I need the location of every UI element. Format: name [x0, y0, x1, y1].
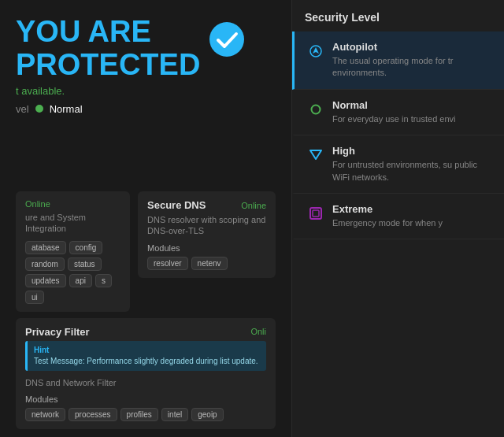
- autopilot-icon: [307, 43, 324, 60]
- right-panel: Security Level Autopilot The usual opera…: [291, 0, 504, 437]
- level-prefix: vel: [16, 103, 29, 115]
- tag[interactable]: random: [25, 257, 65, 271]
- extreme-desc: Emergency mode for when y: [332, 217, 491, 229]
- level-dot-icon: [35, 105, 43, 113]
- normal-icon: [307, 101, 324, 118]
- tag[interactable]: status: [68, 257, 102, 271]
- tag[interactable]: config: [69, 241, 103, 254]
- high-desc: For untrusted environments, su public Wi…: [332, 159, 491, 183]
- tag-resolver[interactable]: resolver: [147, 257, 188, 270]
- status-dns: Online: [241, 201, 266, 210]
- protected-line1: YOU ARE: [16, 16, 200, 49]
- module-header-privacy: Privacy Filter Onli: [25, 326, 266, 338]
- module-card-first: Online ure and System Integration atabas…: [16, 191, 130, 312]
- left-panel: YOU ARE PROTECTED t available. vel Norma…: [0, 0, 291, 437]
- svg-marker-2: [313, 47, 319, 54]
- extreme-icon: [307, 205, 324, 222]
- security-title: Security Level: [292, 11, 504, 31]
- high-content: High For untrusted environments, su publ…: [332, 145, 491, 183]
- high-icon: [307, 146, 324, 164]
- module-desc-dns: DNS resolver with scoping and DNS-over-T…: [147, 214, 266, 237]
- level-row: vel Normal: [16, 103, 276, 115]
- security-option-autopilot[interactable]: Autopilot The usual operating mode for t…: [292, 31, 504, 90]
- autopilot-name: Autopilot: [332, 41, 491, 53]
- protected-check-icon: [208, 20, 246, 58]
- tag[interactable]: s: [95, 274, 112, 287]
- extreme-content: Extreme Emergency mode for when y: [332, 203, 491, 229]
- tag[interactable]: updates: [25, 274, 66, 287]
- tags-privacy: network processes profiles intel geoip: [25, 408, 266, 421]
- svg-rect-5: [310, 208, 321, 219]
- tag[interactable]: ui: [25, 291, 44, 304]
- normal-content: Normal For everyday use in trusted envi: [332, 99, 491, 125]
- module-title-dns: Secure DNS: [147, 199, 206, 211]
- module-card-privacy: Privacy Filter Onli Hint Test Message: P…: [16, 318, 276, 429]
- tag-processes[interactable]: processes: [69, 408, 117, 421]
- not-available-text: t available.: [16, 85, 276, 97]
- security-option-high[interactable]: High For untrusted environments, su publ…: [292, 135, 504, 194]
- modules-label-privacy: Modules: [25, 394, 266, 404]
- module-title-privacy: Privacy Filter: [25, 326, 90, 338]
- modules-row: Online ure and System Integration atabas…: [16, 191, 276, 312]
- high-name: High: [332, 145, 491, 157]
- security-option-extreme[interactable]: Extreme Emergency mode for when y: [292, 194, 504, 239]
- status-first: Online: [25, 199, 50, 209]
- svg-rect-6: [313, 210, 319, 217]
- tag-network[interactable]: network: [25, 408, 65, 421]
- tag-geoip[interactable]: geoip: [191, 408, 223, 421]
- hint-text: Test Message: Performance slightly degra…: [34, 356, 260, 366]
- protected-text: YOU ARE PROTECTED: [16, 16, 200, 82]
- tags-first: atabase config random status updates api…: [25, 241, 120, 304]
- normal-desc: For everyday use in trusted envi: [332, 113, 491, 125]
- module-desc-first: ure and System Integration: [25, 212, 120, 235]
- tag[interactable]: api: [69, 274, 92, 287]
- protected-hero: YOU ARE PROTECTED t available. vel Norma…: [16, 16, 276, 115]
- tag-netenv[interactable]: netenv: [191, 257, 228, 270]
- security-options: Autopilot The usual operating mode for t…: [292, 31, 504, 437]
- module-desc-privacy: DNS and Network Filter: [25, 377, 266, 388]
- extreme-name: Extreme: [332, 203, 491, 215]
- normal-name: Normal: [332, 99, 491, 111]
- tag-profiles[interactable]: profiles: [120, 408, 158, 421]
- privacy-row: Privacy Filter Onli Hint Test Message: P…: [16, 318, 276, 429]
- protected-title: YOU ARE PROTECTED: [16, 16, 276, 82]
- tags-dns: resolver netenv: [147, 257, 266, 270]
- autopilot-desc: The usual operating mode for tr environm…: [332, 55, 491, 80]
- svg-point-0: [209, 22, 244, 57]
- modules-label-dns: Modules: [147, 243, 266, 253]
- module-header-first: Online: [25, 199, 120, 209]
- svg-point-3: [312, 105, 321, 113]
- protected-line2: PROTECTED: [16, 49, 200, 82]
- module-card-dns: Secure DNS Online DNS resolver with scop…: [138, 191, 276, 278]
- tag[interactable]: atabase: [25, 241, 66, 254]
- svg-marker-4: [310, 150, 321, 159]
- hint-label: Hint: [34, 346, 260, 354]
- level-value: Normal: [50, 103, 83, 115]
- security-option-normal[interactable]: Normal For everyday use in trusted envi: [292, 90, 504, 135]
- status-privacy: Onli: [250, 327, 266, 336]
- module-header-dns: Secure DNS Online: [147, 199, 266, 211]
- tag-intel[interactable]: intel: [161, 408, 188, 421]
- autopilot-content: Autopilot The usual operating mode for t…: [332, 41, 491, 80]
- hint-banner: Hint Test Message: Performance slightly …: [25, 341, 266, 371]
